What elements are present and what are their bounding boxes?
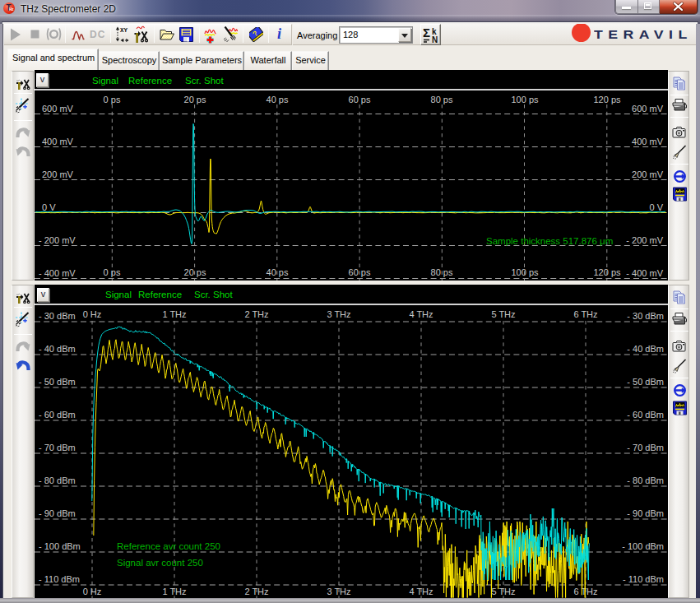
svg-text:- 40 dBm: - 40 dBm	[627, 344, 664, 354]
svg-text:600 mV: 600 mV	[632, 104, 664, 114]
svg-text:6 THz: 6 THz	[573, 309, 597, 319]
svg-text:- 110 dBm: - 110 dBm	[39, 574, 80, 584]
svg-text:1 THz: 1 THz	[162, 587, 186, 596]
svg-text:4 THz: 4 THz	[409, 587, 433, 596]
svg-text:1 THz: 1 THz	[162, 309, 186, 319]
svg-text:- 400 mV: - 400 mV	[39, 268, 76, 278]
svg-text:- 90 dBm: - 90 dBm	[39, 508, 76, 518]
svg-text:- 400 mV: - 400 mV	[626, 268, 663, 278]
svg-text:0 V: 0 V	[42, 202, 56, 212]
svg-text:- 40 dBm: - 40 dBm	[39, 344, 76, 354]
svg-text:80 ps: 80 ps	[431, 95, 453, 104]
svg-text:XY: XY	[120, 27, 128, 34]
svg-text:- 100 dBm: - 100 dBm	[39, 541, 81, 551]
svg-text:0 Hz: 0 Hz	[83, 587, 102, 596]
svg-text:400 mV: 400 mV	[632, 137, 664, 146]
svg-text:200 mV: 200 mV	[42, 169, 74, 179]
svg-text:3 THz: 3 THz	[327, 309, 350, 319]
svg-text:- 80 dBm: - 80 dBm	[627, 475, 664, 485]
svg-text:60 ps: 60 ps	[349, 267, 371, 277]
svg-text:Reference avr count 250: Reference avr count 250	[117, 541, 220, 551]
svg-text:0 V: 0 V	[649, 202, 663, 212]
svg-text:60 ps: 60 ps	[349, 95, 371, 104]
svg-text:40 ps: 40 ps	[267, 95, 289, 104]
svg-text:120 ps: 120 ps	[593, 95, 621, 104]
svg-text:- 80 dBm: - 80 dBm	[39, 475, 76, 485]
svg-text:2 THz: 2 THz	[244, 309, 268, 319]
svg-text:5 THz: 5 THz	[491, 587, 515, 596]
svg-text:- 70 dBm: - 70 dBm	[39, 443, 76, 452]
svg-text:- 30 dBm: - 30 dBm	[627, 311, 664, 321]
svg-text:- 90 dBm: - 90 dBm	[627, 508, 664, 518]
svg-text:20 ps: 20 ps	[184, 267, 206, 277]
svg-text:Σ: Σ	[423, 26, 430, 39]
svg-text:- 50 dBm: - 50 dBm	[627, 377, 664, 387]
svg-text:0 ps: 0 ps	[104, 95, 121, 104]
svg-text:- 100 dBm: - 100 dBm	[622, 541, 664, 551]
svg-text:600 mV: 600 mV	[42, 104, 74, 114]
svg-text:N: N	[432, 35, 438, 44]
svg-text:Signal avr count 250: Signal avr count 250	[117, 558, 203, 568]
svg-text:4 THz: 4 THz	[409, 309, 433, 319]
svg-text:- 200 mV: - 200 mV	[626, 235, 663, 245]
svg-text:0 ps: 0 ps	[104, 267, 121, 277]
svg-text:20 ps: 20 ps	[184, 95, 206, 104]
svg-text:40 ps: 40 ps	[267, 267, 289, 277]
svg-text:100 ps: 100 ps	[511, 95, 539, 104]
svg-text:3 THz: 3 THz	[327, 587, 350, 596]
svg-text:0 Hz: 0 Hz	[83, 309, 102, 319]
svg-text:- 60 dBm: - 60 dBm	[39, 410, 76, 420]
svg-text:200 mV: 200 mV	[632, 169, 664, 179]
svg-text:120 ps: 120 ps	[593, 267, 621, 277]
svg-text:5 THz: 5 THz	[491, 309, 515, 319]
svg-text:- 50 dBm: - 50 dBm	[39, 377, 76, 387]
svg-text:6 THz: 6 THz	[573, 587, 597, 596]
svg-text:2 THz: 2 THz	[244, 587, 268, 596]
svg-text:80 ps: 80 ps	[431, 267, 453, 277]
svg-text:Sample thickness 517.876 μm: Sample thickness 517.876 μm	[486, 236, 613, 246]
svg-text:- 30 dBm: - 30 dBm	[39, 311, 76, 321]
svg-text:100 ps: 100 ps	[511, 267, 539, 277]
svg-text:- 70 dBm: - 70 dBm	[627, 443, 664, 452]
svg-text:- 200 mV: - 200 mV	[39, 235, 76, 245]
svg-text:- 60 dBm: - 60 dBm	[627, 410, 664, 420]
svg-text:- 110 dBm: - 110 dBm	[623, 574, 664, 584]
svg-text:400 mV: 400 mV	[42, 137, 74, 146]
